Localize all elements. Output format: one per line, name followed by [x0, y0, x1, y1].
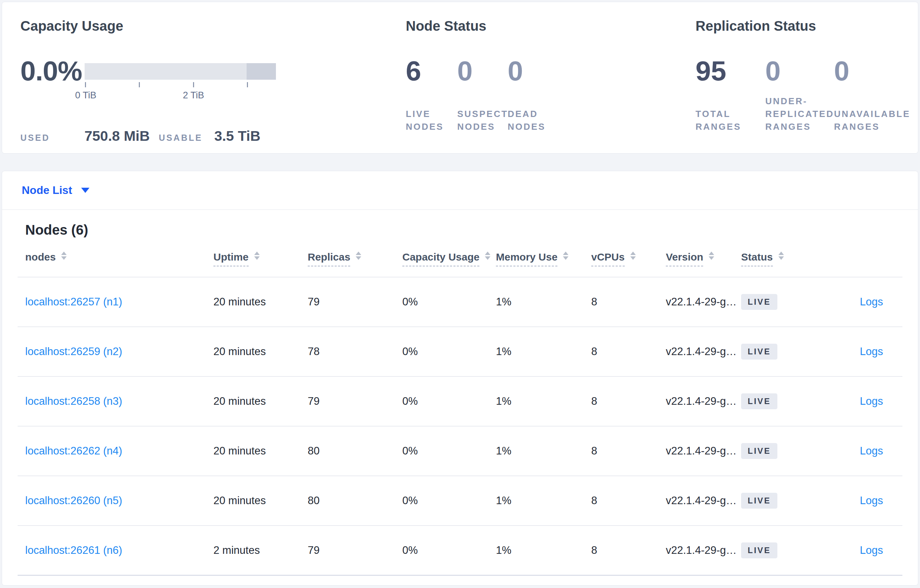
axis-tick [247, 82, 248, 87]
uptime-cell: 2 minutes [214, 544, 308, 557]
logs-link[interactable]: Logs [860, 445, 883, 457]
column-header[interactable]: Memory Use [496, 251, 591, 267]
node-status-section: Node Status 6 LIVE NODES 0 SUSPECT NODES… [406, 18, 546, 133]
column-header[interactable]: Status [741, 251, 824, 267]
suspect-nodes-count: 0 [457, 57, 508, 85]
node-cell: localhost:26257 (n1) [25, 296, 214, 308]
node-link[interactable]: localhost:26259 (n2) [25, 346, 122, 357]
column-header[interactable]: Capacity Usage [402, 251, 496, 267]
capacity-bar-track [84, 63, 276, 80]
sort-icon [485, 252, 491, 260]
sort-icon [563, 252, 569, 260]
uptime-cell: 20 minutes [214, 296, 308, 308]
unavailable-ranges-stat: 0 UNAVAILABLE RANGES [834, 57, 910, 133]
vcpus-cell: 8 [591, 494, 666, 507]
under-replicated-ranges-count: 0 [765, 57, 834, 85]
capacity-usage-cell: 0% [402, 395, 496, 407]
dead-nodes-count: 0 [508, 57, 546, 85]
usable-label: USABLE [159, 133, 203, 143]
column-header[interactable]: Replicas [308, 251, 402, 267]
node-link[interactable]: localhost:26262 (n4) [25, 445, 122, 457]
unavailable-ranges-count: 0 [834, 57, 910, 85]
capacity-bar: 0 TiB 2 TiB [84, 57, 276, 114]
capacity-usage-cell: 0% [402, 445, 496, 457]
table-row: localhost:26260 (n5) 20 minutes 80 0% 1%… [18, 476, 902, 526]
memory-use-cell: 1% [496, 544, 591, 557]
node-link[interactable]: localhost:26257 (n1) [25, 296, 122, 308]
sort-icon [630, 252, 636, 260]
total-ranges-label: TOTAL RANGES [695, 108, 765, 133]
column-header[interactable]: Version [666, 251, 741, 267]
status-cell: LIVE [741, 443, 824, 459]
vcpus-cell: 8 [591, 544, 666, 557]
column-header-label: vCPUs [591, 251, 625, 267]
logs-link[interactable]: Logs [860, 395, 883, 407]
memory-use-cell: 1% [496, 395, 591, 407]
nodes-table-header: nodes Uptime Replicas Capacity Usage Mem… [18, 251, 902, 278]
dead-nodes-label: DEAD NODES [508, 108, 546, 133]
node-cell: localhost:26262 (n4) [25, 445, 214, 457]
column-header-label: Memory Use [496, 251, 557, 267]
replicas-cell: 80 [308, 494, 402, 507]
column-header[interactable]: nodes [25, 251, 214, 267]
node-cell: localhost:26261 (n6) [25, 544, 214, 557]
logs-cell: Logs [824, 395, 883, 407]
column-header-label: Version [666, 251, 703, 267]
logs-cell: Logs [824, 494, 883, 507]
node-status-title: Node Status [406, 18, 546, 34]
node-link[interactable]: localhost:26261 (n6) [25, 544, 122, 556]
logs-link[interactable]: Logs [860, 296, 883, 308]
replicas-cell: 80 [308, 445, 402, 457]
version-cell: v22.1.4-29-g… [666, 296, 741, 308]
logs-link[interactable]: Logs [860, 346, 883, 357]
logs-cell: Logs [824, 544, 883, 557]
node-list-dropdown[interactable]: Node List [2, 171, 918, 210]
uptime-cell: 20 minutes [214, 395, 308, 407]
vcpus-cell: 8 [591, 346, 666, 358]
node-cell: localhost:26258 (n3) [25, 395, 214, 407]
replicas-cell: 79 [308, 395, 402, 407]
version-cell: v22.1.4-29-g… [666, 544, 741, 557]
total-ranges-count: 95 [695, 57, 765, 85]
capacity-usage-title: Capacity Usage [20, 18, 386, 34]
capacity-bar-axis: 0 TiB 2 TiB [84, 80, 276, 114]
node-list-dropdown-label: Node List [22, 184, 72, 197]
total-ranges-stat: 95 TOTAL RANGES [695, 57, 765, 133]
capacity-usage-cell: 0% [402, 494, 496, 507]
status-cell: LIVE [741, 543, 824, 558]
node-link[interactable]: localhost:26258 (n3) [25, 395, 122, 407]
column-header-label: Status [741, 251, 773, 267]
sort-icon [356, 252, 361, 260]
axis-tick [193, 82, 194, 87]
node-link[interactable]: localhost:26260 (n5) [25, 494, 122, 507]
capacity-used-percent: 0.0% [20, 57, 82, 114]
memory-use-cell: 1% [496, 296, 591, 308]
vcpus-cell: 8 [591, 395, 666, 407]
capacity-usage-section: Capacity Usage 0.0% 0 TiB 2 TiB USED 750… [20, 18, 386, 144]
version-cell: v22.1.4-29-g… [666, 395, 741, 407]
logs-link[interactable]: Logs [860, 544, 883, 556]
column-header[interactable]: Uptime [214, 251, 308, 267]
live-nodes-label: LIVE NODES [406, 108, 457, 133]
live-status-badge: LIVE [741, 493, 777, 509]
nodes-section-heading: Nodes (6) [25, 221, 902, 238]
under-replicated-ranges-label: UNDER- REPLICATED RANGES [765, 95, 834, 133]
nodes-table-body: localhost:26257 (n1) 20 minutes 79 0% 1%… [18, 278, 902, 575]
column-header[interactable]: vCPUs [591, 251, 666, 267]
sort-icon [778, 252, 784, 260]
column-header-label: nodes [25, 251, 56, 267]
live-status-badge: LIVE [741, 443, 777, 459]
logs-link[interactable]: Logs [860, 494, 883, 507]
node-list-card: Node List Nodes (6) nodes Uptime Replica… [2, 171, 918, 586]
memory-use-cell: 1% [496, 346, 591, 358]
vcpus-cell: 8 [591, 445, 666, 457]
capacity-usage-cell: 0% [402, 346, 496, 358]
capacity-bar-nonusable-segment [246, 63, 276, 80]
replicas-cell: 79 [308, 544, 402, 557]
nodes-panel: Nodes (6) nodes Uptime Replicas Capacity… [2, 210, 918, 575]
axis-tick [139, 82, 140, 87]
chevron-down-icon [81, 188, 89, 193]
under-replicated-ranges-stat: 0 UNDER- REPLICATED RANGES [765, 57, 834, 133]
status-cell: LIVE [741, 393, 824, 409]
uptime-cell: 20 minutes [214, 445, 308, 457]
